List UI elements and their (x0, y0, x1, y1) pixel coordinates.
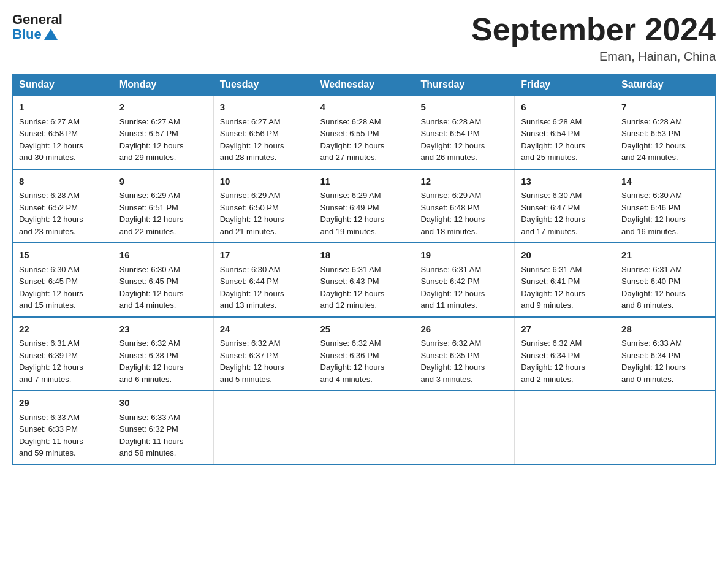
day-info: Sunrise: 6:33 AMSunset: 6:33 PMDaylight:… (19, 413, 83, 458)
calendar-cell (414, 391, 515, 465)
calendar-row: 15Sunrise: 6:30 AMSunset: 6:45 PMDayligh… (13, 243, 716, 317)
calendar-cell: 6Sunrise: 6:28 AMSunset: 6:54 PMDaylight… (515, 96, 615, 169)
calendar-cell: 26Sunrise: 6:32 AMSunset: 6:35 PMDayligh… (414, 317, 515, 391)
day-number: 6 (521, 101, 609, 115)
calendar-row: 1Sunrise: 6:27 AMSunset: 6:58 PMDaylight… (13, 96, 716, 169)
header-row: Sunday Monday Tuesday Wednesday Thursday… (13, 74, 716, 96)
calendar-cell: 12Sunrise: 6:29 AMSunset: 6:48 PMDayligh… (414, 169, 515, 243)
day-info: Sunrise: 6:33 AMSunset: 6:32 PMDaylight:… (119, 413, 184, 458)
day-info: Sunrise: 6:31 AMSunset: 6:40 PMDaylight:… (621, 265, 686, 310)
calendar-cell (213, 391, 314, 465)
calendar-cell: 29Sunrise: 6:33 AMSunset: 6:33 PMDayligh… (13, 391, 113, 465)
day-number: 2 (119, 101, 207, 115)
calendar-cell: 7Sunrise: 6:28 AMSunset: 6:53 PMDaylight… (615, 96, 716, 169)
day-info: Sunrise: 6:32 AMSunset: 6:38 PMDaylight:… (119, 339, 184, 384)
day-info: Sunrise: 6:30 AMSunset: 6:45 PMDaylight:… (19, 265, 83, 310)
day-info: Sunrise: 6:31 AMSunset: 6:42 PMDaylight:… (420, 265, 485, 310)
calendar-cell: 10Sunrise: 6:29 AMSunset: 6:50 PMDayligh… (213, 169, 314, 243)
col-friday: Friday (515, 74, 615, 96)
day-number: 22 (19, 323, 107, 337)
day-info: Sunrise: 6:31 AMSunset: 6:43 PMDaylight:… (320, 265, 385, 310)
day-number: 15 (19, 248, 107, 262)
calendar-cell: 3Sunrise: 6:27 AMSunset: 6:56 PMDaylight… (213, 96, 314, 169)
calendar-cell: 19Sunrise: 6:31 AMSunset: 6:42 PMDayligh… (414, 243, 515, 317)
day-info: Sunrise: 6:28 AMSunset: 6:54 PMDaylight:… (420, 117, 485, 163)
day-number: 11 (320, 175, 408, 189)
col-monday: Monday (113, 74, 213, 96)
day-number: 3 (220, 101, 308, 115)
calendar-cell: 23Sunrise: 6:32 AMSunset: 6:38 PMDayligh… (113, 317, 213, 391)
day-info: Sunrise: 6:33 AMSunset: 6:34 PMDaylight:… (621, 339, 686, 384)
calendar-cell: 28Sunrise: 6:33 AMSunset: 6:34 PMDayligh… (615, 317, 716, 391)
day-number: 14 (621, 175, 709, 189)
day-info: Sunrise: 6:30 AMSunset: 6:44 PMDaylight:… (220, 265, 284, 310)
calendar-cell: 11Sunrise: 6:29 AMSunset: 6:49 PMDayligh… (314, 169, 414, 243)
day-number: 16 (119, 248, 207, 262)
day-info: Sunrise: 6:27 AMSunset: 6:57 PMDaylight:… (119, 117, 184, 163)
calendar-row: 8Sunrise: 6:28 AMSunset: 6:52 PMDaylight… (13, 169, 716, 243)
day-number: 13 (521, 175, 609, 189)
day-number: 9 (119, 175, 207, 189)
col-tuesday: Tuesday (213, 74, 314, 96)
day-number: 19 (420, 248, 508, 262)
calendar-row: 29Sunrise: 6:33 AMSunset: 6:33 PMDayligh… (13, 391, 716, 465)
calendar-cell (615, 391, 716, 465)
day-info: Sunrise: 6:28 AMSunset: 6:53 PMDaylight:… (621, 117, 686, 163)
svg-marker-0 (44, 29, 58, 40)
logo-general-text: General (12, 12, 63, 27)
day-info: Sunrise: 6:27 AMSunset: 6:56 PMDaylight:… (220, 117, 284, 163)
day-number: 20 (521, 248, 609, 262)
calendar-cell (515, 391, 615, 465)
calendar-cell: 13Sunrise: 6:30 AMSunset: 6:47 PMDayligh… (515, 169, 615, 243)
day-number: 23 (119, 323, 207, 337)
calendar-cell: 30Sunrise: 6:33 AMSunset: 6:32 PMDayligh… (113, 391, 213, 465)
day-info: Sunrise: 6:32 AMSunset: 6:35 PMDaylight:… (420, 339, 485, 384)
day-number: 27 (521, 323, 609, 337)
day-info: Sunrise: 6:32 AMSunset: 6:34 PMDaylight:… (521, 339, 585, 384)
day-info: Sunrise: 6:28 AMSunset: 6:52 PMDaylight:… (19, 191, 83, 236)
day-number: 21 (621, 248, 709, 262)
calendar-table: Sunday Monday Tuesday Wednesday Thursday… (12, 74, 716, 465)
day-info: Sunrise: 6:29 AMSunset: 6:50 PMDaylight:… (220, 191, 284, 236)
logo-blue-text: Blue (12, 27, 42, 42)
day-number: 26 (420, 323, 508, 337)
day-info: Sunrise: 6:28 AMSunset: 6:55 PMDaylight:… (320, 117, 385, 163)
calendar-cell: 4Sunrise: 6:28 AMSunset: 6:55 PMDaylight… (314, 96, 414, 169)
calendar-row: 22Sunrise: 6:31 AMSunset: 6:39 PMDayligh… (13, 317, 716, 391)
day-number: 24 (220, 323, 308, 337)
day-info: Sunrise: 6:30 AMSunset: 6:47 PMDaylight:… (521, 191, 585, 236)
col-saturday: Saturday (615, 74, 716, 96)
day-info: Sunrise: 6:32 AMSunset: 6:36 PMDaylight:… (320, 339, 385, 384)
day-info: Sunrise: 6:31 AMSunset: 6:39 PMDaylight:… (19, 339, 83, 384)
calendar-cell: 27Sunrise: 6:32 AMSunset: 6:34 PMDayligh… (515, 317, 615, 391)
calendar-cell: 15Sunrise: 6:30 AMSunset: 6:45 PMDayligh… (13, 243, 113, 317)
calendar-cell: 16Sunrise: 6:30 AMSunset: 6:45 PMDayligh… (113, 243, 213, 317)
day-info: Sunrise: 6:29 AMSunset: 6:51 PMDaylight:… (119, 191, 184, 236)
day-number: 1 (19, 101, 107, 115)
calendar-cell: 14Sunrise: 6:30 AMSunset: 6:46 PMDayligh… (615, 169, 716, 243)
day-number: 4 (320, 101, 408, 115)
calendar-cell: 20Sunrise: 6:31 AMSunset: 6:41 PMDayligh… (515, 243, 615, 317)
calendar-cell: 24Sunrise: 6:32 AMSunset: 6:37 PMDayligh… (213, 317, 314, 391)
calendar-cell: 18Sunrise: 6:31 AMSunset: 6:43 PMDayligh… (314, 243, 414, 317)
day-info: Sunrise: 6:30 AMSunset: 6:46 PMDaylight:… (621, 191, 686, 236)
calendar-header: Sunday Monday Tuesday Wednesday Thursday… (13, 74, 716, 96)
logo: General Blue (12, 12, 63, 42)
calendar-cell: 2Sunrise: 6:27 AMSunset: 6:57 PMDaylight… (113, 96, 213, 169)
day-number: 29 (19, 396, 107, 410)
col-wednesday: Wednesday (314, 74, 414, 96)
calendar-cell: 17Sunrise: 6:30 AMSunset: 6:44 PMDayligh… (213, 243, 314, 317)
day-number: 18 (320, 248, 408, 262)
day-info: Sunrise: 6:30 AMSunset: 6:45 PMDaylight:… (119, 265, 184, 310)
day-info: Sunrise: 6:29 AMSunset: 6:49 PMDaylight:… (320, 191, 385, 236)
page-header: General Blue September 2024 Eman, Hainan… (12, 12, 716, 64)
calendar-cell: 5Sunrise: 6:28 AMSunset: 6:54 PMDaylight… (414, 96, 515, 169)
day-number: 12 (420, 175, 508, 189)
day-number: 8 (19, 175, 107, 189)
day-number: 5 (420, 101, 508, 115)
calendar-body: 1Sunrise: 6:27 AMSunset: 6:58 PMDaylight… (13, 96, 716, 465)
logo-text: General Blue (12, 12, 63, 42)
calendar-cell: 8Sunrise: 6:28 AMSunset: 6:52 PMDaylight… (13, 169, 113, 243)
day-info: Sunrise: 6:29 AMSunset: 6:48 PMDaylight:… (420, 191, 485, 236)
day-info: Sunrise: 6:28 AMSunset: 6:54 PMDaylight:… (521, 117, 585, 163)
